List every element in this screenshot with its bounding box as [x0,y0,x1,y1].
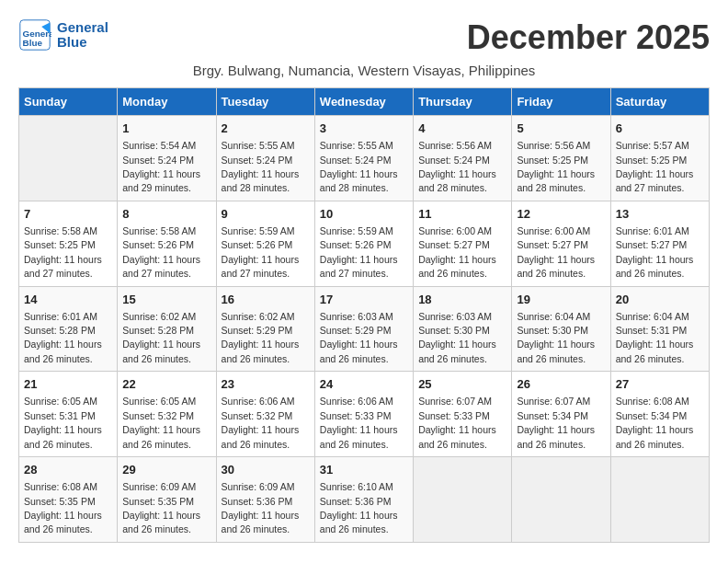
day-number: 1 [122,121,210,137]
calendar-cell [512,457,610,543]
daylight-text: Daylight: 11 hours and 26 minutes. [320,339,398,363]
daylight-text: Daylight: 11 hours and 27 minutes. [122,254,200,279]
day-number: 14 [24,292,112,308]
day-number: 26 [517,376,605,393]
sunrise-text: Sunrise: 6:00 AM [517,225,590,236]
calendar-cell: 23 Sunrise: 6:06 AM Sunset: 5:32 PM Dayl… [216,372,314,457]
sunset-text: Sunset: 5:30 PM [517,325,588,336]
calendar-cell: 18 Sunrise: 6:03 AM Sunset: 5:30 PM Dayl… [414,286,512,372]
daylight-text: Daylight: 11 hours and 26 minutes. [222,510,300,534]
col-monday: Monday [118,88,216,116]
day-number: 4 [418,121,506,137]
sunrise-text: Sunrise: 5:58 AM [24,225,97,236]
sunset-text: Sunset: 5:28 PM [24,325,96,336]
sunrise-text: Sunrise: 6:03 AM [320,311,393,322]
sunset-text: Sunset: 5:33 PM [418,410,490,421]
daylight-text: Daylight: 11 hours and 26 minutes. [222,339,300,363]
day-number: 28 [24,462,112,478]
sunset-text: Sunset: 5:25 PM [24,239,96,250]
calendar-cell: 12 Sunrise: 6:00 AM Sunset: 5:27 PM Dayl… [512,201,610,286]
day-number: 24 [320,376,408,393]
calendar-cell: 31 Sunrise: 6:10 AM Sunset: 5:36 PM Dayl… [314,457,413,543]
daylight-text: Daylight: 11 hours and 26 minutes. [320,510,398,534]
calendar-cell: 29 Sunrise: 6:09 AM Sunset: 5:35 PM Dayl… [118,457,216,543]
sunset-text: Sunset: 5:34 PM [616,410,688,421]
calendar-cell: 6 Sunrise: 5:57 AM Sunset: 5:25 PM Dayli… [610,116,709,201]
sunset-text: Sunset: 5:31 PM [24,410,96,421]
col-friday: Friday [512,88,610,116]
daylight-text: Daylight: 11 hours and 26 minutes. [320,424,398,449]
sunrise-text: Sunrise: 5:59 AM [222,225,295,236]
calendar-cell: 1 Sunrise: 5:54 AM Sunset: 5:24 PM Dayli… [118,116,216,201]
sunset-text: Sunset: 5:28 PM [122,325,194,336]
calendar-cell: 8 Sunrise: 5:58 AM Sunset: 5:26 PM Dayli… [118,201,216,286]
sunrise-text: Sunrise: 6:02 AM [122,311,196,322]
sunrise-text: Sunrise: 6:01 AM [24,311,97,322]
col-tuesday: Tuesday [216,88,314,116]
sunrise-text: Sunrise: 5:56 AM [418,140,492,151]
sunset-text: Sunset: 5:35 PM [122,496,194,507]
daylight-text: Daylight: 11 hours and 28 minutes. [222,168,300,193]
calendar-cell: 2 Sunrise: 5:55 AM Sunset: 5:24 PM Dayli… [216,116,314,201]
sunset-text: Sunset: 5:36 PM [320,496,392,507]
daylight-text: Daylight: 11 hours and 28 minutes. [418,168,496,193]
day-number: 9 [222,206,310,223]
sunset-text: Sunset: 5:24 PM [122,155,194,166]
calendar-cell [414,457,512,543]
day-number: 19 [517,292,605,308]
daylight-text: Daylight: 11 hours and 28 minutes. [320,168,398,193]
sunset-text: Sunset: 5:26 PM [320,239,392,250]
logo-line2: Blue [57,35,108,51]
col-sunday: Sunday [19,88,118,116]
sunrise-text: Sunrise: 6:02 AM [222,311,295,322]
sunrise-text: Sunrise: 6:00 AM [418,225,492,236]
calendar-cell: 19 Sunrise: 6:04 AM Sunset: 5:30 PM Dayl… [512,286,610,372]
daylight-text: Daylight: 11 hours and 26 minutes. [222,424,300,449]
sunrise-text: Sunrise: 6:03 AM [418,311,492,322]
day-number: 10 [320,206,408,223]
sunset-text: Sunset: 5:31 PM [616,325,688,336]
sunset-text: Sunset: 5:34 PM [517,410,588,421]
subtitle: Brgy. Bulwang, Numancia, Western Visayas… [18,63,710,78]
sunrise-text: Sunrise: 5:58 AM [122,225,196,236]
daylight-text: Daylight: 11 hours and 26 minutes. [616,254,694,279]
calendar-cell: 5 Sunrise: 5:56 AM Sunset: 5:25 PM Dayli… [512,116,610,201]
daylight-text: Daylight: 11 hours and 28 minutes. [517,168,595,193]
col-wednesday: Wednesday [314,88,413,116]
day-number: 12 [517,206,605,223]
calendar-cell: 24 Sunrise: 6:06 AM Sunset: 5:33 PM Dayl… [314,372,413,457]
calendar-cell: 25 Sunrise: 6:07 AM Sunset: 5:33 PM Dayl… [414,372,512,457]
sunset-text: Sunset: 5:36 PM [222,496,293,507]
sunrise-text: Sunrise: 6:09 AM [122,481,196,492]
sunrise-text: Sunrise: 6:06 AM [222,396,295,407]
calendar-cell: 9 Sunrise: 5:59 AM Sunset: 5:26 PM Dayli… [216,201,314,286]
sunset-text: Sunset: 5:32 PM [222,410,293,421]
day-number: 5 [517,121,605,137]
calendar-cell: 30 Sunrise: 6:09 AM Sunset: 5:36 PM Dayl… [216,457,314,543]
calendar-container: General Blue General Blue December 2025 … [18,18,710,543]
calendar-cell: 20 Sunrise: 6:04 AM Sunset: 5:31 PM Dayl… [610,286,709,372]
calendar-cell: 13 Sunrise: 6:01 AM Sunset: 5:27 PM Dayl… [610,201,709,286]
sunrise-text: Sunrise: 5:56 AM [517,140,590,151]
calendar-cell [610,457,709,543]
daylight-text: Daylight: 11 hours and 26 minutes. [418,339,496,363]
daylight-text: Daylight: 11 hours and 26 minutes. [517,424,595,449]
day-number: 31 [320,462,408,478]
day-number: 22 [122,376,210,393]
day-number: 21 [24,376,112,393]
calendar-cell: 7 Sunrise: 5:58 AM Sunset: 5:25 PM Dayli… [19,201,118,286]
day-number: 6 [616,121,704,137]
calendar-cell: 28 Sunrise: 6:08 AM Sunset: 5:35 PM Dayl… [19,457,118,543]
sunrise-text: Sunrise: 5:55 AM [222,140,295,151]
sunset-text: Sunset: 5:27 PM [517,239,588,250]
calendar-cell [19,116,118,201]
calendar-cell: 22 Sunrise: 6:05 AM Sunset: 5:32 PM Dayl… [118,372,216,457]
sunrise-text: Sunrise: 6:01 AM [616,225,689,236]
svg-text:Blue: Blue [23,38,43,48]
sunset-text: Sunset: 5:25 PM [616,155,688,166]
calendar-cell: 15 Sunrise: 6:02 AM Sunset: 5:28 PM Dayl… [118,286,216,372]
daylight-text: Daylight: 11 hours and 26 minutes. [24,510,102,534]
sunrise-text: Sunrise: 6:07 AM [418,396,492,407]
sunrise-text: Sunrise: 5:59 AM [320,225,393,236]
calendar-cell: 3 Sunrise: 5:55 AM Sunset: 5:24 PM Dayli… [314,116,413,201]
